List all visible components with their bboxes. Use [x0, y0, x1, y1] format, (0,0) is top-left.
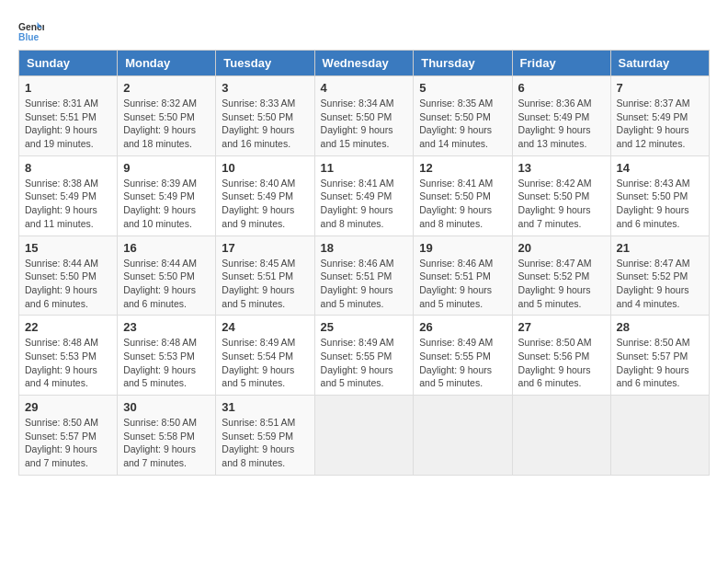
calendar-cell: 6 Sunrise: 8:36 AMSunset: 5:49 PMDayligh…	[512, 76, 610, 156]
day-number: 7	[617, 81, 703, 95]
weekday-header-monday: Monday	[118, 51, 216, 76]
day-info: Sunrise: 8:41 AMSunset: 5:49 PMDaylight:…	[321, 178, 394, 229]
header: General Blue	[18, 18, 710, 44]
day-number: 12	[419, 161, 506, 175]
day-number: 22	[25, 320, 111, 334]
day-info: Sunrise: 8:47 AMSunset: 5:52 PMDaylight:…	[617, 258, 690, 309]
day-number: 30	[123, 400, 210, 414]
day-info: Sunrise: 8:35 AMSunset: 5:50 PMDaylight:…	[419, 98, 493, 149]
day-info: Sunrise: 8:41 AMSunset: 5:50 PMDaylight:…	[419, 178, 493, 229]
day-number: 1	[25, 81, 111, 95]
calendar-header-row: SundayMondayTuesdayWednesdayThursdayFrid…	[19, 51, 710, 76]
day-info: Sunrise: 8:49 AMSunset: 5:54 PMDaylight:…	[222, 337, 295, 388]
day-number: 25	[321, 320, 408, 334]
day-info: Sunrise: 8:42 AMSunset: 5:50 PMDaylight:…	[518, 178, 592, 229]
day-info: Sunrise: 8:44 AMSunset: 5:50 PMDaylight:…	[25, 258, 98, 309]
day-number: 24	[222, 320, 308, 334]
day-number: 11	[321, 161, 408, 175]
day-number: 26	[419, 320, 506, 334]
calendar-cell: 19 Sunrise: 8:46 AMSunset: 5:51 PMDaylig…	[414, 236, 512, 316]
day-number: 10	[222, 161, 308, 175]
day-info: Sunrise: 8:48 AMSunset: 5:53 PMDaylight:…	[123, 337, 197, 388]
day-number: 20	[518, 241, 605, 255]
calendar-cell: 20 Sunrise: 8:47 AMSunset: 5:52 PMDaylig…	[512, 236, 610, 316]
calendar-cell: 10 Sunrise: 8:40 AMSunset: 5:49 PMDaylig…	[216, 155, 314, 236]
calendar-cell: 26 Sunrise: 8:49 AMSunset: 5:55 PMDaylig…	[414, 316, 512, 396]
calendar-cell: 21 Sunrise: 8:47 AMSunset: 5:52 PMDaylig…	[610, 236, 709, 316]
calendar-cell: 13 Sunrise: 8:42 AMSunset: 5:50 PMDaylig…	[512, 155, 610, 236]
day-number: 19	[419, 241, 506, 255]
day-number: 8	[25, 161, 111, 175]
calendar-cell	[414, 396, 512, 476]
day-number: 29	[25, 400, 111, 414]
day-info: Sunrise: 8:50 AMSunset: 5:56 PMDaylight:…	[518, 337, 592, 388]
day-number: 15	[25, 241, 111, 255]
day-info: Sunrise: 8:51 AMSunset: 5:59 PMDaylight:…	[222, 417, 295, 468]
day-info: Sunrise: 8:46 AMSunset: 5:51 PMDaylight:…	[419, 258, 493, 309]
calendar-cell: 18 Sunrise: 8:46 AMSunset: 5:51 PMDaylig…	[314, 236, 414, 316]
day-info: Sunrise: 8:50 AMSunset: 5:57 PMDaylight:…	[617, 337, 690, 388]
day-info: Sunrise: 8:32 AMSunset: 5:50 PMDaylight:…	[123, 98, 197, 149]
calendar-cell: 25 Sunrise: 8:49 AMSunset: 5:55 PMDaylig…	[314, 316, 414, 396]
calendar-cell: 27 Sunrise: 8:50 AMSunset: 5:56 PMDaylig…	[512, 316, 610, 396]
day-info: Sunrise: 8:36 AMSunset: 5:49 PMDaylight:…	[518, 98, 592, 149]
day-number: 18	[321, 241, 408, 255]
day-number: 27	[518, 320, 605, 334]
calendar-cell: 23 Sunrise: 8:48 AMSunset: 5:53 PMDaylig…	[118, 316, 216, 396]
calendar-cell: 12 Sunrise: 8:41 AMSunset: 5:50 PMDaylig…	[414, 155, 512, 236]
calendar-cell	[610, 396, 709, 476]
logo-icon: General Blue	[18, 18, 44, 44]
weekday-header-sunday: Sunday	[19, 51, 118, 76]
day-info: Sunrise: 8:45 AMSunset: 5:51 PMDaylight:…	[222, 258, 295, 309]
day-info: Sunrise: 8:31 AMSunset: 5:51 PMDaylight:…	[25, 98, 98, 149]
day-info: Sunrise: 8:44 AMSunset: 5:50 PMDaylight:…	[123, 258, 197, 309]
day-number: 14	[617, 161, 703, 175]
weekday-header-saturday: Saturday	[610, 51, 709, 76]
calendar-cell: 16 Sunrise: 8:44 AMSunset: 5:50 PMDaylig…	[118, 236, 216, 316]
calendar-cell: 4 Sunrise: 8:34 AMSunset: 5:50 PMDayligh…	[314, 76, 414, 156]
calendar-week-2: 8 Sunrise: 8:38 AMSunset: 5:49 PMDayligh…	[19, 155, 710, 236]
calendar-cell: 14 Sunrise: 8:43 AMSunset: 5:50 PMDaylig…	[610, 155, 709, 236]
calendar-cell: 24 Sunrise: 8:49 AMSunset: 5:54 PMDaylig…	[216, 316, 314, 396]
weekday-header-friday: Friday	[512, 51, 610, 76]
calendar-week-1: 1 Sunrise: 8:31 AMSunset: 5:51 PMDayligh…	[19, 76, 710, 156]
calendar-table: SundayMondayTuesdayWednesdayThursdayFrid…	[18, 50, 710, 476]
calendar-cell	[512, 396, 610, 476]
calendar-cell: 22 Sunrise: 8:48 AMSunset: 5:53 PMDaylig…	[19, 316, 118, 396]
calendar-cell: 8 Sunrise: 8:38 AMSunset: 5:49 PMDayligh…	[19, 155, 118, 236]
day-info: Sunrise: 8:38 AMSunset: 5:49 PMDaylight:…	[25, 178, 98, 229]
calendar-cell: 11 Sunrise: 8:41 AMSunset: 5:49 PMDaylig…	[314, 155, 414, 236]
day-number: 17	[222, 241, 308, 255]
day-number: 3	[222, 81, 308, 95]
calendar-cell: 29 Sunrise: 8:50 AMSunset: 5:57 PMDaylig…	[19, 396, 118, 476]
day-number: 23	[123, 320, 210, 334]
calendar-week-4: 22 Sunrise: 8:48 AMSunset: 5:53 PMDaylig…	[19, 316, 710, 396]
day-info: Sunrise: 8:34 AMSunset: 5:50 PMDaylight:…	[321, 98, 394, 149]
day-number: 21	[617, 241, 703, 255]
calendar-week-5: 29 Sunrise: 8:50 AMSunset: 5:57 PMDaylig…	[19, 396, 710, 476]
day-info: Sunrise: 8:48 AMSunset: 5:53 PMDaylight:…	[25, 337, 98, 388]
day-number: 31	[222, 400, 308, 414]
day-info: Sunrise: 8:46 AMSunset: 5:51 PMDaylight:…	[321, 258, 394, 309]
day-info: Sunrise: 8:49 AMSunset: 5:55 PMDaylight:…	[321, 337, 394, 388]
day-number: 28	[617, 320, 703, 334]
calendar-cell: 28 Sunrise: 8:50 AMSunset: 5:57 PMDaylig…	[610, 316, 709, 396]
svg-text:Blue: Blue	[18, 32, 40, 42]
day-info: Sunrise: 8:43 AMSunset: 5:50 PMDaylight:…	[617, 178, 690, 229]
calendar-cell	[314, 396, 414, 476]
day-info: Sunrise: 8:40 AMSunset: 5:49 PMDaylight:…	[222, 178, 295, 229]
weekday-header-tuesday: Tuesday	[216, 51, 314, 76]
calendar-cell: 15 Sunrise: 8:44 AMSunset: 5:50 PMDaylig…	[19, 236, 118, 316]
day-info: Sunrise: 8:47 AMSunset: 5:52 PMDaylight:…	[518, 258, 592, 309]
calendar-week-3: 15 Sunrise: 8:44 AMSunset: 5:50 PMDaylig…	[19, 236, 710, 316]
weekday-header-thursday: Thursday	[414, 51, 512, 76]
day-number: 5	[419, 81, 506, 95]
day-number: 16	[123, 241, 210, 255]
day-info: Sunrise: 8:39 AMSunset: 5:49 PMDaylight:…	[123, 178, 197, 229]
calendar-cell: 5 Sunrise: 8:35 AMSunset: 5:50 PMDayligh…	[414, 76, 512, 156]
day-info: Sunrise: 8:50 AMSunset: 5:58 PMDaylight:…	[123, 417, 197, 468]
calendar-cell: 2 Sunrise: 8:32 AMSunset: 5:50 PMDayligh…	[118, 76, 216, 156]
day-info: Sunrise: 8:50 AMSunset: 5:57 PMDaylight:…	[25, 417, 98, 468]
calendar-cell: 3 Sunrise: 8:33 AMSunset: 5:50 PMDayligh…	[216, 76, 314, 156]
weekday-header-wednesday: Wednesday	[314, 51, 414, 76]
